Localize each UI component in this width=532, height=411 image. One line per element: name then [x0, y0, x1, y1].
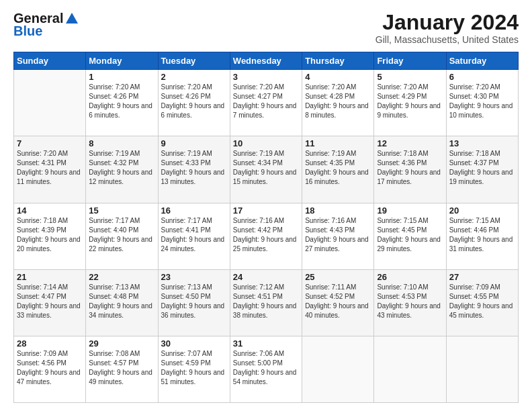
calendar-day: 5Sunrise: 7:20 AMSunset: 4:29 PMDaylight… [374, 70, 446, 136]
day-info: Sunrise: 7:08 AMSunset: 4:57 PMDaylight:… [89, 349, 154, 387]
day-info: Sunrise: 7:19 AMSunset: 4:34 PMDaylight:… [233, 149, 299, 187]
day-number: 21 [17, 272, 83, 282]
day-number: 29 [89, 338, 154, 349]
logo-icon [64, 11, 79, 26]
calendar-day: 28Sunrise: 7:09 AMSunset: 4:56 PMDayligh… [14, 336, 86, 402]
day-number: 2 [161, 72, 227, 82]
calendar-day: 7Sunrise: 7:20 AMSunset: 4:31 PMDaylight… [14, 136, 86, 203]
header-sunday: Sunday [14, 52, 86, 70]
calendar-day [446, 336, 518, 402]
day-number: 25 [305, 272, 371, 282]
calendar-week-row: 28Sunrise: 7:09 AMSunset: 4:56 PMDayligh… [14, 336, 519, 402]
day-number: 3 [233, 72, 299, 82]
calendar-day: 23Sunrise: 7:13 AMSunset: 4:50 PMDayligh… [158, 269, 230, 336]
day-number: 10 [233, 138, 299, 148]
day-info: Sunrise: 7:14 AMSunset: 4:47 PMDaylight:… [17, 283, 83, 320]
page-title: January 2024 [375, 11, 519, 34]
day-number: 7 [17, 138, 83, 148]
calendar-day: 9Sunrise: 7:19 AMSunset: 4:33 PMDaylight… [158, 136, 230, 203]
header-wednesday: Wednesday [230, 52, 302, 70]
page: General Blue January 2024 Gill, Massachu… [0, 0, 532, 411]
day-number: 18 [305, 205, 371, 216]
day-info: Sunrise: 7:07 AMSunset: 4:59 PMDaylight:… [161, 349, 227, 387]
calendar-day [14, 70, 86, 136]
calendar-week-row: 14Sunrise: 7:18 AMSunset: 4:39 PMDayligh… [14, 203, 519, 269]
day-number: 6 [449, 72, 515, 82]
day-info: Sunrise: 7:19 AMSunset: 4:33 PMDaylight:… [161, 149, 227, 187]
day-info: Sunrise: 7:09 AMSunset: 4:55 PMDaylight:… [449, 283, 515, 320]
calendar-day [302, 336, 374, 402]
day-number: 11 [305, 138, 371, 148]
day-info: Sunrise: 7:20 AMSunset: 4:29 PMDaylight:… [377, 83, 443, 120]
day-number: 12 [377, 138, 443, 148]
calendar-day: 15Sunrise: 7:17 AMSunset: 4:40 PMDayligh… [86, 203, 158, 269]
calendar-day: 20Sunrise: 7:15 AMSunset: 4:46 PMDayligh… [446, 203, 518, 269]
day-number: 9 [161, 138, 227, 148]
day-info: Sunrise: 7:09 AMSunset: 4:56 PMDaylight:… [17, 349, 83, 387]
calendar-day: 6Sunrise: 7:20 AMSunset: 4:30 PMDaylight… [446, 70, 518, 136]
day-number: 31 [233, 338, 299, 349]
day-info: Sunrise: 7:18 AMSunset: 4:39 PMDaylight:… [17, 216, 83, 254]
day-number: 28 [17, 338, 83, 349]
calendar-day: 12Sunrise: 7:18 AMSunset: 4:36 PMDayligh… [374, 136, 446, 203]
page-subtitle: Gill, Massachusetts, United States [375, 34, 519, 45]
day-info: Sunrise: 7:20 AMSunset: 4:28 PMDaylight:… [305, 83, 371, 120]
header-saturday: Saturday [446, 52, 518, 70]
day-info: Sunrise: 7:20 AMSunset: 4:26 PMDaylight:… [161, 83, 227, 120]
day-number: 20 [449, 205, 515, 216]
calendar-day: 14Sunrise: 7:18 AMSunset: 4:39 PMDayligh… [14, 203, 86, 269]
day-number: 13 [449, 138, 515, 148]
day-number: 24 [233, 272, 299, 282]
calendar-day: 27Sunrise: 7:09 AMSunset: 4:55 PMDayligh… [446, 269, 518, 336]
calendar-day: 19Sunrise: 7:15 AMSunset: 4:45 PMDayligh… [374, 203, 446, 269]
day-info: Sunrise: 7:19 AMSunset: 4:35 PMDaylight:… [305, 149, 371, 187]
calendar-day: 17Sunrise: 7:16 AMSunset: 4:42 PMDayligh… [230, 203, 302, 269]
day-number: 22 [89, 272, 154, 282]
day-info: Sunrise: 7:06 AMSunset: 5:00 PMDaylight:… [233, 349, 299, 387]
calendar-day: 11Sunrise: 7:19 AMSunset: 4:35 PMDayligh… [302, 136, 374, 203]
calendar-week-row: 21Sunrise: 7:14 AMSunset: 4:47 PMDayligh… [14, 269, 519, 336]
calendar-day: 10Sunrise: 7:19 AMSunset: 4:34 PMDayligh… [230, 136, 302, 203]
day-info: Sunrise: 7:12 AMSunset: 4:51 PMDaylight:… [233, 283, 299, 320]
day-number: 1 [89, 72, 154, 82]
day-info: Sunrise: 7:16 AMSunset: 4:43 PMDaylight:… [305, 216, 371, 254]
calendar-table: Sunday Monday Tuesday Wednesday Thursday… [13, 52, 519, 403]
day-info: Sunrise: 7:10 AMSunset: 4:53 PMDaylight:… [377, 283, 443, 320]
calendar-day: 25Sunrise: 7:11 AMSunset: 4:52 PMDayligh… [302, 269, 374, 336]
calendar-day: 3Sunrise: 7:20 AMSunset: 4:27 PMDaylight… [230, 70, 302, 136]
day-info: Sunrise: 7:13 AMSunset: 4:48 PMDaylight:… [89, 283, 154, 320]
calendar-day: 13Sunrise: 7:18 AMSunset: 4:37 PMDayligh… [446, 136, 518, 203]
day-number: 26 [377, 272, 443, 282]
calendar-day: 29Sunrise: 7:08 AMSunset: 4:57 PMDayligh… [86, 336, 158, 402]
day-number: 14 [17, 205, 83, 216]
calendar-day: 2Sunrise: 7:20 AMSunset: 4:26 PMDaylight… [158, 70, 230, 136]
header: General Blue January 2024 Gill, Massachu… [13, 11, 519, 45]
day-info: Sunrise: 7:15 AMSunset: 4:45 PMDaylight:… [377, 216, 443, 254]
header-friday: Friday [374, 52, 446, 70]
day-info: Sunrise: 7:15 AMSunset: 4:46 PMDaylight:… [449, 216, 515, 254]
day-number: 4 [305, 72, 371, 82]
calendar-day: 26Sunrise: 7:10 AMSunset: 4:53 PMDayligh… [374, 269, 446, 336]
calendar-week-row: 7Sunrise: 7:20 AMSunset: 4:31 PMDaylight… [14, 136, 519, 203]
day-info: Sunrise: 7:11 AMSunset: 4:52 PMDaylight:… [305, 283, 371, 320]
day-info: Sunrise: 7:17 AMSunset: 4:40 PMDaylight:… [89, 216, 154, 254]
day-number: 8 [89, 138, 154, 148]
calendar-header-row: Sunday Monday Tuesday Wednesday Thursday… [14, 52, 519, 70]
day-info: Sunrise: 7:17 AMSunset: 4:41 PMDaylight:… [161, 216, 227, 254]
header-tuesday: Tuesday [158, 52, 230, 70]
calendar-day: 31Sunrise: 7:06 AMSunset: 5:00 PMDayligh… [230, 336, 302, 402]
calendar-day: 22Sunrise: 7:13 AMSunset: 4:48 PMDayligh… [86, 269, 158, 336]
calendar-day: 24Sunrise: 7:12 AMSunset: 4:51 PMDayligh… [230, 269, 302, 336]
day-info: Sunrise: 7:18 AMSunset: 4:36 PMDaylight:… [377, 149, 443, 187]
day-number: 15 [89, 205, 154, 216]
day-number: 27 [449, 272, 515, 282]
calendar-week-row: 1Sunrise: 7:20 AMSunset: 4:26 PMDaylight… [14, 70, 519, 136]
day-number: 5 [377, 72, 443, 82]
day-info: Sunrise: 7:20 AMSunset: 4:31 PMDaylight:… [17, 149, 83, 187]
logo: General Blue [13, 11, 79, 39]
svg-marker-0 [66, 13, 78, 24]
calendar-day: 8Sunrise: 7:19 AMSunset: 4:32 PMDaylight… [86, 136, 158, 203]
calendar-day: 1Sunrise: 7:20 AMSunset: 4:26 PMDaylight… [86, 70, 158, 136]
day-info: Sunrise: 7:13 AMSunset: 4:50 PMDaylight:… [161, 283, 227, 320]
day-info: Sunrise: 7:19 AMSunset: 4:32 PMDaylight:… [89, 149, 154, 187]
